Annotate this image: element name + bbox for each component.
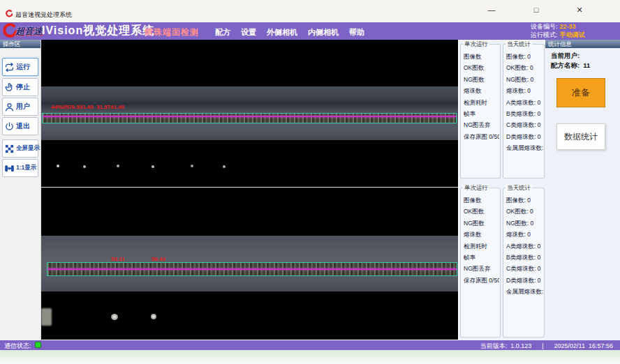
stat-row: B类熔珠数: 0 xyxy=(506,108,543,119)
stat-row: NG图数: 0 xyxy=(506,218,543,229)
user-icon xyxy=(4,102,15,112)
data-statistics-button[interactable]: 数据统计 xyxy=(556,123,605,150)
os-titlebar: 超音速视觉处理系统 — □ ✕ xyxy=(0,0,620,22)
fullscreen-icon xyxy=(4,144,15,154)
stat-row: 保存原图 0/500 xyxy=(464,275,499,286)
run-button[interactable]: 运行 xyxy=(2,58,38,76)
groupbox-title: 当天统计 xyxy=(505,184,532,191)
status-bar: 通信状态: 当前版本: 1.0.123 | 2025/02/11 16:57:5… xyxy=(0,340,620,350)
version-value: 1.0.123 xyxy=(510,342,531,349)
recipe-name-label: 配方名称: xyxy=(551,61,580,69)
stat-row: OK图数 xyxy=(464,206,499,217)
groupbox-title: 单次运行 xyxy=(463,184,489,191)
inner-camera-view[interactable]: 53.11 56.43 xyxy=(41,188,458,340)
menu-settings[interactable]: 设置 xyxy=(241,27,256,38)
bottom-daily-stats-groupbox: 当天统计 图像数: 0 OK图数: 0 NG图数: 0 熔珠数: 0 A类熔珠数… xyxy=(503,188,545,338)
groupbox-title: 单次运行 xyxy=(463,40,489,47)
defect-blob xyxy=(151,314,156,319)
user-button-label: 用户 xyxy=(16,102,30,112)
stop-button[interactable]: 停止 xyxy=(2,78,38,96)
groupbox-title: 当天统计 xyxy=(505,40,532,47)
app-logo-icon xyxy=(5,10,13,17)
statistics-column: 单次运行 图像数 OK图数 NG图数 熔珠数 检测耗时 帧率 NG图丢弃 保存原… xyxy=(458,40,545,340)
stat-row: 图像数: 0 xyxy=(506,195,543,206)
outer-camera-view[interactable]: 44%0579.591.49 31.5741.49 xyxy=(41,40,458,187)
strip-marks xyxy=(57,165,59,167)
device-number-value: 22-33 xyxy=(560,23,576,30)
run-mode-label: 运行模式: xyxy=(531,31,558,38)
stat-row: 熔珠数 xyxy=(464,229,499,240)
app-subtitle: 熔珠端面检测 xyxy=(145,26,199,38)
info-panel: 统计信息 当前用户: 配方名称:11 准备 数据统计 xyxy=(545,40,620,340)
stat-row: 帧率 xyxy=(464,108,499,119)
brand-swoosh-icon xyxy=(1,23,17,38)
stat-row: 金属屑熔珠数: 0 xyxy=(506,286,543,297)
menu-recipe[interactable]: 配方 xyxy=(215,27,230,38)
user-button[interactable]: 用户 xyxy=(2,98,38,116)
device-info: 设备编号:22-33 运行模式:手动调试 xyxy=(531,23,585,39)
detection-bounding-box xyxy=(47,262,457,276)
app-title: IVision视觉处理系统 xyxy=(42,24,154,38)
stat-row: 图像数: 0 xyxy=(506,51,543,62)
centerline-overlay xyxy=(43,116,456,117)
brand-text: 超音速 xyxy=(15,25,43,38)
stat-row: 熔珠数: 0 xyxy=(506,229,543,240)
datetime: 2025/02/11 16:57:56 xyxy=(554,342,613,349)
stat-row: 熔珠数 xyxy=(464,85,499,96)
fullscreen-button-label: 全屏显示 xyxy=(16,144,40,153)
stat-row: 检测耗时 xyxy=(464,241,499,252)
fullscreen-button[interactable]: 全屏显示 xyxy=(2,139,38,158)
run-button-label: 运行 xyxy=(16,62,30,72)
top-daily-stats-groupbox: 当天统计 图像数: 0 OK图数: 0 NG图数: 0 熔珠数: 0 A类熔珠数… xyxy=(503,44,545,179)
close-button[interactable]: ✕ xyxy=(573,6,586,15)
stat-row: B类熔珠数: 0 xyxy=(506,252,543,263)
stat-row: 图像数 xyxy=(464,51,499,62)
stat-row: OK图数: 0 xyxy=(506,206,543,217)
one-to-one-button[interactable]: 1:1显示 xyxy=(2,159,38,177)
stat-row: OK图数 xyxy=(464,62,499,73)
stat-row: NG图数 xyxy=(464,218,499,229)
detection-bounding-box xyxy=(42,113,457,123)
measurement-annotation: 44%0579.591.49 31.5741.49 xyxy=(51,104,124,110)
stat-row: C类熔珠数: 0 xyxy=(506,263,543,274)
maximize-button[interactable]: □ xyxy=(529,6,543,14)
defect-blob xyxy=(111,314,118,320)
one-to-one-icon xyxy=(4,163,15,174)
recipe-name-value: 11 xyxy=(583,61,590,69)
operation-area-title: 操作区 xyxy=(0,40,40,48)
run-mode-value: 手动调试 xyxy=(560,31,585,38)
stat-row: C类熔珠数: 0 xyxy=(506,119,543,130)
prepare-button[interactable]: 准备 xyxy=(556,78,605,107)
operation-sidebar: 操作区 运行 停止 用户 退出 xyxy=(0,40,41,340)
app-window: 超音速视觉处理系统 — □ ✕ 超音速 IVision视觉处理系统 熔珠端面检测… xyxy=(0,0,620,364)
device-number-label: 设备编号: xyxy=(531,23,558,30)
exit-button-label: 退出 xyxy=(16,121,30,131)
measurement-annotation: 53.11 xyxy=(111,256,125,262)
menu-inner-camera[interactable]: 内侧相机 xyxy=(308,27,339,38)
menu-bar: 配方 设置 外侧相机 内侧相机 帮助 xyxy=(215,27,364,38)
power-icon xyxy=(4,121,15,132)
stat-row: 图像数 xyxy=(464,195,499,206)
top-single-run-groupbox: 单次运行 图像数 OK图数 NG图数 熔珠数 检测耗时 帧率 NG图丢弃 保存原… xyxy=(460,44,501,179)
stat-row: 熔珠数: 0 xyxy=(506,85,543,96)
exit-button[interactable]: 退出 xyxy=(2,117,38,135)
version-label: 当前版本: xyxy=(480,342,508,349)
menu-help[interactable]: 帮助 xyxy=(349,27,364,38)
stat-row: 检测耗时 xyxy=(464,97,499,108)
stat-row: A类熔珠数: 0 xyxy=(506,97,543,108)
strip-end-blob xyxy=(41,308,52,326)
minimize-button[interactable]: — xyxy=(485,6,499,14)
stat-row: NG图数: 0 xyxy=(506,74,543,85)
stat-row: NG图数 xyxy=(464,74,499,85)
menu-outer-camera[interactable]: 外侧相机 xyxy=(267,27,297,38)
stat-row: D类熔珠数: 0 xyxy=(506,275,543,286)
desktop-strip xyxy=(0,350,620,364)
stat-row: 帧率 xyxy=(464,252,499,263)
stat-row: 保存原图 0/500 xyxy=(464,131,499,142)
current-user-label: 当前用户: xyxy=(551,52,580,59)
stat-row: OK图数: 0 xyxy=(506,62,543,73)
measurement-annotation: 56.43 xyxy=(152,256,165,262)
stop-button-label: 停止 xyxy=(16,82,30,92)
stat-row: NG图丢弃 xyxy=(464,263,499,274)
stat-row: D类熔珠数: 0 xyxy=(506,131,543,142)
